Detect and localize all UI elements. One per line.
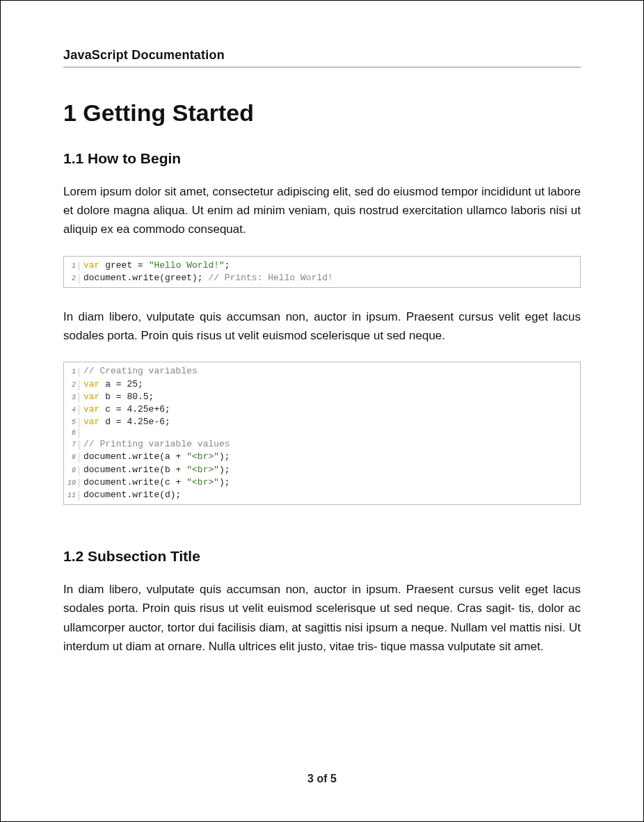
line-number: 2 (64, 274, 79, 284)
paragraph: In diam libero, vulputate quis accumsan … (63, 580, 581, 656)
code-line: 3var b = 80.5; (64, 391, 580, 403)
code-content: document.write(d); (83, 489, 181, 501)
code-line: 1var greet = "Hello World!"; (64, 259, 580, 272)
line-number: 7 (64, 440, 79, 450)
code-line: 6 (64, 428, 580, 438)
code-line: 4var c = 4.25e+6; (64, 403, 580, 416)
doc-title: JavaScript Documentation (63, 48, 225, 62)
code-line: 8document.write(a + "<br>"); (64, 451, 580, 463)
code-line: 1// Creating variables (64, 365, 580, 378)
line-number: 1 (64, 367, 79, 377)
code-content: // Creating variables (83, 365, 198, 378)
code-content: var greet = "Hello World!"; (83, 259, 230, 272)
line-number: 11 (64, 491, 79, 501)
subsection-heading-1-1: 1.1 How to Begin (63, 150, 581, 167)
paragraph: In diam libero, vulputate quis accumsan … (63, 307, 581, 345)
code-block: 1var greet = "Hello World!";2document.wr… (63, 256, 581, 288)
code-content: document.write(a + "<br>"); (83, 451, 230, 463)
code-line: 11document.write(d); (64, 489, 580, 501)
line-number: 6 (64, 428, 79, 438)
code-content: var a = 25; (83, 378, 143, 391)
code-content: var c = 4.25e+6; (83, 403, 170, 416)
paragraph: Lorem ipsum dolor sit amet, consectetur … (63, 182, 581, 239)
code-content: document.write(c + "<br>"); (83, 476, 230, 489)
code-block: 1// Creating variables2var a = 25;3var b… (63, 362, 581, 505)
code-content: var d = 4.25e-6; (83, 416, 170, 428)
line-number: 2 (64, 380, 79, 390)
code-content: document.write(greet); // Prints: Hello … (83, 272, 333, 284)
line-number: 4 (64, 405, 79, 415)
running-header: JavaScript Documentation (63, 48, 581, 67)
code-line: 9document.write(b + "<br>"); (64, 464, 580, 476)
line-number: 1 (64, 261, 79, 271)
line-number: 8 (64, 453, 79, 462)
code-line: 7// Printing variable values (64, 438, 580, 451)
code-content: // Printing variable values (83, 438, 230, 451)
code-line: 10document.write(c + "<br>"); (64, 476, 580, 489)
line-number: 3 (64, 393, 79, 403)
document-page: JavaScript Documentation 1 Getting Start… (0, 0, 644, 822)
code-content: document.write(b + "<br>"); (83, 464, 230, 476)
line-number: 10 (64, 478, 79, 488)
line-number: 5 (64, 418, 79, 428)
code-line: 5var d = 4.25e-6; (64, 416, 580, 428)
section-heading: 1 Getting Started (63, 99, 581, 127)
page-number-footer: 3 of 5 (1, 773, 643, 785)
code-line: 2var a = 25; (64, 378, 580, 391)
code-content: var b = 80.5; (83, 391, 154, 403)
subsection-heading-1-2: 1.2 Subsection Title (63, 548, 581, 565)
code-line: 2document.write(greet); // Prints: Hello… (64, 272, 580, 284)
line-number: 9 (64, 466, 79, 476)
